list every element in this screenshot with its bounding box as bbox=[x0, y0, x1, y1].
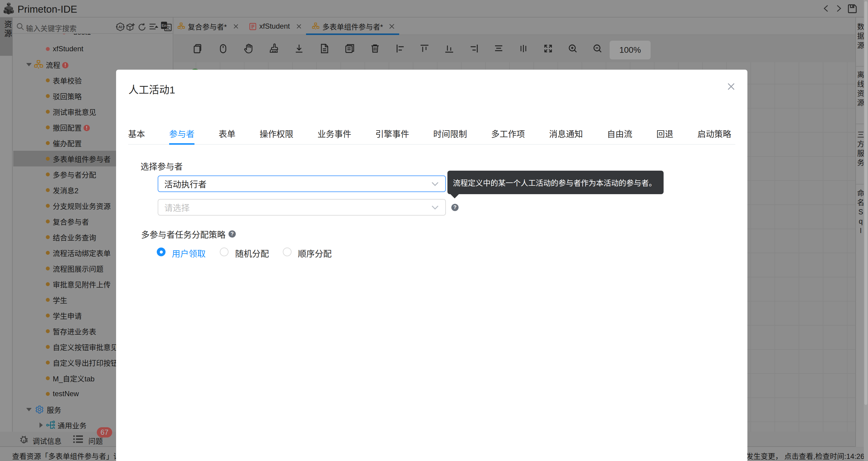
svg-text:En: En bbox=[162, 23, 167, 28]
svg-text:AI: AI bbox=[119, 25, 122, 29]
